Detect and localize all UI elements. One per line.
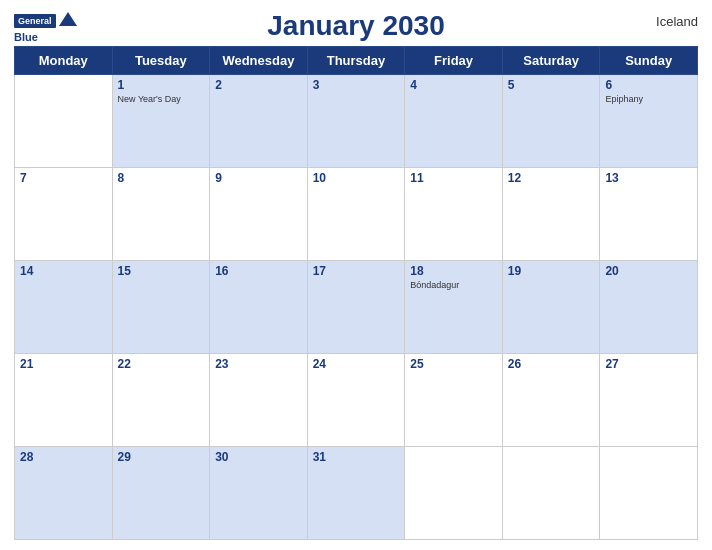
day-number: 29: [118, 450, 205, 464]
day-cell: 26: [502, 354, 600, 447]
day-number: 3: [313, 78, 400, 92]
day-number: 5: [508, 78, 595, 92]
day-cell: 5: [502, 75, 600, 168]
logo-bird-icon: [59, 10, 77, 28]
day-cell: 4: [405, 75, 503, 168]
day-cell: 6Epiphany: [600, 75, 698, 168]
calendar-table: Monday Tuesday Wednesday Thursday Friday…: [14, 46, 698, 540]
week-row-3: 1415161718Bóndadagur1920: [15, 261, 698, 354]
day-cell: 24: [307, 354, 405, 447]
calendar-header: General Blue January 2030 Iceland: [14, 10, 698, 42]
day-number: 6: [605, 78, 692, 92]
day-number: 21: [20, 357, 107, 371]
day-number: 14: [20, 264, 107, 278]
day-cell: 29: [112, 447, 210, 540]
day-cell: 14: [15, 261, 113, 354]
day-cell: 3: [307, 75, 405, 168]
holiday-label: New Year's Day: [118, 94, 205, 104]
day-number: 10: [313, 171, 400, 185]
day-cell: 22: [112, 354, 210, 447]
week-row-2: 78910111213: [15, 168, 698, 261]
day-number: 13: [605, 171, 692, 185]
header-thursday: Thursday: [307, 47, 405, 75]
week-row-1: 1New Year's Day23456Epiphany: [15, 75, 698, 168]
svg-marker-0: [59, 12, 77, 26]
header-friday: Friday: [405, 47, 503, 75]
day-number: 7: [20, 171, 107, 185]
day-number: 23: [215, 357, 302, 371]
week-row-5: 28293031: [15, 447, 698, 540]
day-number: 22: [118, 357, 205, 371]
day-cell: 16: [210, 261, 308, 354]
day-cell: 31: [307, 447, 405, 540]
day-number: 24: [313, 357, 400, 371]
month-title: January 2030: [267, 10, 444, 42]
day-cell: 1New Year's Day: [112, 75, 210, 168]
day-cell: 2: [210, 75, 308, 168]
day-cell: 12: [502, 168, 600, 261]
day-number: 17: [313, 264, 400, 278]
day-number: 25: [410, 357, 497, 371]
day-cell: 11: [405, 168, 503, 261]
day-cell: [502, 447, 600, 540]
day-number: 18: [410, 264, 497, 278]
day-cell: 20: [600, 261, 698, 354]
day-number: 27: [605, 357, 692, 371]
day-cell: 18Bóndadagur: [405, 261, 503, 354]
day-number: 12: [508, 171, 595, 185]
logo-general: General: [14, 14, 56, 29]
day-cell: 23: [210, 354, 308, 447]
day-number: 1: [118, 78, 205, 92]
day-cell: [15, 75, 113, 168]
day-number: 4: [410, 78, 497, 92]
header-wednesday: Wednesday: [210, 47, 308, 75]
day-cell: 21: [15, 354, 113, 447]
day-number: 11: [410, 171, 497, 185]
logo-blue-text: Blue: [14, 32, 38, 43]
logo: General Blue: [14, 10, 77, 43]
day-number: 16: [215, 264, 302, 278]
day-cell: [600, 447, 698, 540]
day-cell: 7: [15, 168, 113, 261]
day-cell: 13: [600, 168, 698, 261]
holiday-label: Epiphany: [605, 94, 692, 104]
week-row-4: 21222324252627: [15, 354, 698, 447]
day-cell: 28: [15, 447, 113, 540]
header-tuesday: Tuesday: [112, 47, 210, 75]
day-headers-row: Monday Tuesday Wednesday Thursday Friday…: [15, 47, 698, 75]
day-cell: 30: [210, 447, 308, 540]
day-cell: 9: [210, 168, 308, 261]
day-cell: 17: [307, 261, 405, 354]
day-number: 15: [118, 264, 205, 278]
country-label: Iceland: [656, 14, 698, 29]
day-number: 31: [313, 450, 400, 464]
day-cell: [405, 447, 503, 540]
header-sunday: Sunday: [600, 47, 698, 75]
day-cell: 15: [112, 261, 210, 354]
holiday-label: Bóndadagur: [410, 280, 497, 290]
day-number: 2: [215, 78, 302, 92]
header-monday: Monday: [15, 47, 113, 75]
day-number: 19: [508, 264, 595, 278]
day-number: 30: [215, 450, 302, 464]
day-cell: 19: [502, 261, 600, 354]
day-number: 9: [215, 171, 302, 185]
header-saturday: Saturday: [502, 47, 600, 75]
day-number: 8: [118, 171, 205, 185]
day-cell: 25: [405, 354, 503, 447]
calendar-wrapper: General Blue January 2030 Iceland Monday…: [0, 0, 712, 550]
day-number: 28: [20, 450, 107, 464]
day-cell: 8: [112, 168, 210, 261]
day-cell: 27: [600, 354, 698, 447]
day-cell: 10: [307, 168, 405, 261]
day-number: 20: [605, 264, 692, 278]
day-number: 26: [508, 357, 595, 371]
